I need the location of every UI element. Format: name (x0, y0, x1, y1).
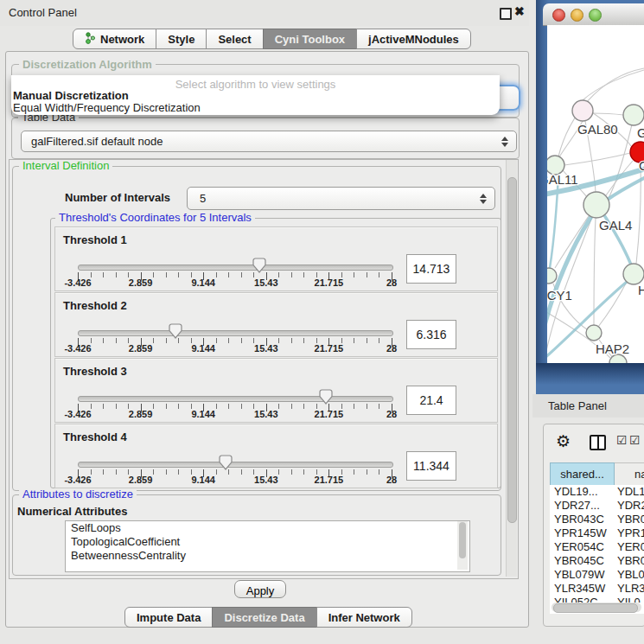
table-row[interactable]: YDL19...YDL1 (550, 485, 644, 499)
axis-tick-label: 15.43 (254, 475, 278, 485)
axis-tick-label: -3.426 (64, 475, 91, 485)
tab-cyni-toolbox[interactable]: Cyni Toolbox (263, 29, 357, 49)
list-scrollbar-thumb[interactable] (459, 522, 466, 558)
threshold-panel: Threshold 1-3.4262.8599.14415.4321.71528… (54, 226, 498, 291)
tab-jactivemnodules[interactable]: jActiveMNodules (356, 29, 471, 49)
node-label-partial-c: C (639, 158, 644, 173)
cell-name: YPR1 (617, 526, 644, 540)
axis-major-ticks (78, 404, 392, 411)
threshold-value-box[interactable]: 11.344 (406, 451, 456, 481)
tab-select[interactable]: Select (206, 29, 263, 49)
threshold-value-box[interactable]: 6.316 (406, 320, 456, 349)
table-row[interactable]: YBL079WYBL0 (550, 568, 644, 582)
column-header-shared-name[interactable]: shared... (550, 462, 615, 487)
cell-shared-name: YBR043C (554, 513, 604, 526)
table-row[interactable]: YBR045CYBR0 (550, 554, 644, 568)
table-row[interactable]: YLR345WYLR3 (550, 582, 644, 596)
axis-tick-label: -3.426 (64, 277, 91, 288)
tab-style[interactable]: Style (156, 29, 207, 49)
zoom-traffic-light-icon[interactable] (589, 9, 602, 22)
slider-handle[interactable] (169, 323, 182, 339)
node-label-gal80: GAL80 (577, 122, 618, 137)
slider-track[interactable] (78, 330, 393, 336)
axis-tick-label: 28 (386, 409, 397, 419)
close-traffic-light-icon[interactable] (552, 9, 565, 22)
axis-tick-label: -3.426 (64, 409, 91, 419)
gear-icon[interactable]: ⚙ (556, 431, 571, 451)
split-columns-icon[interactable] (590, 435, 606, 450)
tab-discretize-data[interactable]: Discretize Data (212, 607, 316, 628)
tab-label: jActiveMNodules (368, 33, 459, 46)
axis-tick-label: 2.859 (129, 409, 153, 419)
number-of-intervals-combo[interactable]: 5 (187, 187, 495, 210)
axis-tick-label: 28 (386, 343, 397, 354)
slider-handle[interactable] (319, 389, 333, 405)
column-header-name[interactable]: na (615, 462, 644, 487)
table-row[interactable]: YPR145WYPR1 (550, 526, 644, 540)
attributes-group-title: Attributes to discretize (19, 488, 137, 501)
attribute-list-item[interactable]: SelfLoops (66, 521, 469, 535)
float-window-icon[interactable] (500, 8, 512, 20)
threshold-label: Threshold 1 (63, 233, 127, 246)
axis-major-ticks (78, 272, 392, 280)
threshold-panel: Threshold 2-3.4262.8599.14415.4321.71528… (54, 292, 498, 357)
control-panel-title: Control Panel (9, 0, 77, 26)
axis-tick-label: 9.144 (191, 475, 215, 485)
minimize-traffic-light-icon[interactable] (571, 9, 583, 22)
popup-option-equal-width[interactable]: Equal Width/Frequency Discretization (13, 101, 201, 114)
tab-infer-network[interactable]: Infer Network (316, 607, 412, 628)
popup-option-manual[interactable]: Manual Discretization (13, 89, 129, 102)
table-rows[interactable]: YDL19...YDL1YDR27...YDR2YBR043CYBR0YPR14… (550, 485, 644, 603)
network-canvas[interactable]: GAL80 GAL11 GAL4 GCY1 HAP2 GA C H (547, 25, 644, 363)
numerical-attributes-list[interactable]: SelfLoopsTopologicalCoefficientBetweenne… (65, 520, 470, 572)
cell-shared-name: YBL079W (554, 568, 605, 582)
axis-major-ticks (78, 338, 392, 346)
table-row[interactable]: YER054CYER0 (550, 540, 644, 554)
network-graph: GAL80 GAL11 GAL4 GCY1 HAP2 GA C H (547, 25, 644, 363)
slider-track[interactable] (78, 462, 393, 468)
checkbox-icon[interactable]: ☑ (616, 433, 628, 447)
cell-name: YDR2 (617, 499, 644, 513)
cell-shared-name: YDR27... (554, 499, 600, 513)
tab-impute-data[interactable]: Impute Data (124, 607, 213, 628)
spinner-arrows-icon (480, 194, 487, 204)
cell-name: YLR3 (617, 582, 644, 596)
attribute-list-item[interactable]: TopologicalCoefficient (66, 535, 469, 549)
cell-name: YIL0 (617, 596, 641, 603)
attribute-list-item[interactable]: BetweennessCentrality (66, 549, 469, 563)
node-gal80 (572, 100, 593, 121)
cell-shared-name: YPR145W (554, 526, 607, 540)
threshold-panels: Threshold 1-3.4262.8599.14415.4321.71528… (50, 218, 501, 488)
cell-shared-name: YDL19... (554, 485, 598, 499)
table-data-combo[interactable]: galFiltered.sif default node (21, 131, 517, 152)
axis-tick-label: 15.43 (254, 409, 278, 419)
apply-button[interactable]: Apply (234, 580, 286, 598)
threshold-value-box[interactable]: 21.4 (406, 386, 456, 415)
threshold-value-box[interactable]: 14.713 (406, 254, 456, 284)
axis-tick-label: 21.715 (315, 277, 344, 288)
axis-tick-label: 15.43 (254, 277, 278, 288)
node-gal4 (583, 192, 609, 218)
threshold-label: Threshold 2 (63, 299, 127, 312)
slider-handle[interactable] (252, 258, 266, 273)
slider-track[interactable] (78, 265, 393, 271)
node-label-partial-h: H (638, 283, 644, 297)
tab-label: Network (100, 33, 144, 46)
node-label-hap2: HAP2 (596, 341, 629, 356)
checkbox-icon[interactable]: ☑ (629, 433, 641, 447)
table-row[interactable]: YIL052CYIL0 (550, 596, 644, 603)
axis-tick-label: 21.715 (315, 409, 344, 419)
table-row[interactable]: YBR043CYBR0 (550, 513, 644, 526)
slider-track[interactable] (78, 396, 393, 402)
horizontal-scrollbar-thumb[interactable] (553, 603, 638, 613)
vertical-scrollbar-thumb[interactable] (507, 177, 517, 523)
cell-shared-name: YER054C (554, 540, 604, 554)
tab-label: Infer Network (328, 611, 400, 624)
algorithm-group-title: Discretization Algorithm (19, 59, 156, 71)
spinner-arrows-icon (501, 137, 508, 147)
tab-network[interactable]: Network (73, 29, 156, 49)
close-icon[interactable]: ✖ (514, 4, 525, 18)
slider-handle[interactable] (219, 455, 233, 470)
table-row[interactable]: YDR27...YDR2 (550, 499, 644, 513)
screenshot-root: Control Panel ✖ NetworkStyleSelectCyni T… (0, 0, 644, 644)
